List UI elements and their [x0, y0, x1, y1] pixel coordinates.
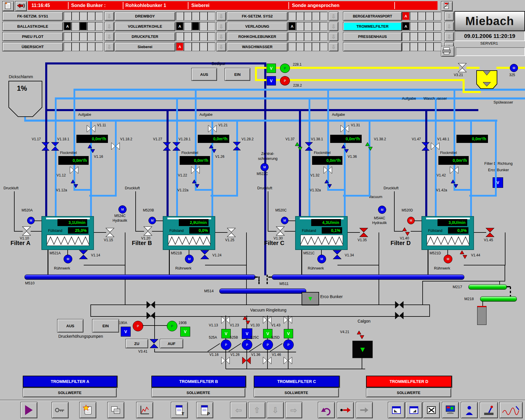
valve-v1281[interactable]: [172, 142, 181, 151]
valve-v136-bottom[interactable]: [263, 357, 272, 364]
sollwerte-b-button[interactable]: SOLLWERTE: [151, 388, 245, 397]
valve-v116-bottom[interactable]: [221, 357, 230, 364]
arrow-up-icon[interactable]: ⇧: [249, 402, 265, 418]
motor-m520[interactable]: M: [27, 217, 35, 224]
calgon-tank[interactable]: ▼: [352, 341, 373, 358]
sollwerte-a-button[interactable]: SOLLWERTE: [23, 388, 117, 397]
valve-v147[interactable]: [421, 142, 430, 151]
valve-v127[interactable]: [163, 142, 171, 151]
valve-v122a[interactable]: [192, 179, 200, 188]
signature-icon[interactable]: [499, 402, 523, 418]
valve-v132a[interactable]: [324, 179, 332, 188]
valve-v1282[interactable]: [233, 142, 241, 150]
pump-190a[interactable]: P: [133, 321, 143, 331]
valve-v142a[interactable]: [450, 179, 459, 188]
valve-v124[interactable]: [200, 250, 209, 260]
arrow-down-icon[interactable]: ⇩: [267, 402, 284, 418]
trommelfilter-a-button[interactable]: TROMMELFILTER A: [23, 376, 117, 387]
valve-v131[interactable]: [340, 125, 349, 132]
valve-v111[interactable]: [87, 125, 95, 132]
report-t-icon[interactable]: T: [171, 402, 188, 418]
auf-button[interactable]: AUF: [160, 339, 183, 348]
valve-v112[interactable]: [70, 166, 78, 174]
valve-v142[interactable]: [450, 166, 459, 174]
pump-525d[interactable]: P: [283, 340, 294, 350]
valve-v115[interactable]: [106, 228, 114, 237]
window-next-icon[interactable]: [405, 402, 422, 418]
copy-icon[interactable]: [107, 402, 124, 418]
arrow-left-icon[interactable]: ⇦: [230, 402, 247, 418]
valve-v130[interactable]: [276, 226, 285, 236]
valve-v134[interactable]: [333, 250, 342, 260]
pump-525a[interactable]: P: [221, 340, 231, 350]
log-scroll-icon[interactable]: [79, 402, 96, 418]
valve-v126[interactable]: [209, 144, 217, 153]
pumps-aus-button[interactable]: AUS: [57, 319, 83, 332]
valve-status-square[interactable]: V: [180, 327, 190, 337]
valve-v114[interactable]: [79, 250, 88, 260]
valve-v117[interactable]: [41, 142, 50, 151]
erco-bunker-symbol[interactable]: ▼: [302, 292, 319, 305]
valve-v133[interactable]: [263, 316, 272, 324]
motor-m520[interactable]: M: [281, 217, 288, 224]
report-p-icon[interactable]: P: [196, 402, 213, 418]
sollwerte-c-button[interactable]: SOLLWERTE: [254, 388, 339, 397]
valve-v116[interactable]: [87, 144, 95, 153]
trommelfilter-c-button[interactable]: TROMMELFILTER C: [254, 376, 340, 387]
switch-icon[interactable]: [480, 402, 498, 418]
motor-m521-ruehrwerk[interactable]: M: [317, 255, 326, 263]
valve-v132[interactable]: [323, 166, 332, 174]
valve-v144[interactable]: [459, 250, 468, 260]
valve-v1182[interactable]: [111, 142, 120, 150]
window-close-icon[interactable]: [423, 402, 440, 418]
valve-v122[interactable]: [191, 166, 200, 174]
valve-status-square[interactable]: V: [284, 329, 293, 338]
valve-v135[interactable]: [359, 228, 368, 237]
ring-valve[interactable]: [394, 312, 404, 319]
monitor-icon[interactable]: [442, 402, 459, 418]
ring-valve[interactable]: [146, 301, 156, 309]
pumps-ein-button[interactable]: EIN: [92, 319, 119, 332]
operator-icon[interactable]: [461, 402, 478, 418]
valve-v121[interactable]: [208, 125, 217, 132]
valve-v113[interactable]: [221, 316, 230, 324]
valve-v110[interactable]: [22, 226, 31, 236]
pump-525c[interactable]: P: [262, 340, 273, 350]
goto-gray-icon[interactable]: [356, 402, 373, 418]
valve-v120[interactable]: [144, 226, 152, 236]
undo-icon[interactable]: [318, 402, 335, 418]
key-icon[interactable]: [52, 402, 69, 418]
valve-status-square[interactable]: V: [121, 327, 131, 337]
valve-v341[interactable]: [150, 338, 158, 349]
valve-v123[interactable]: [242, 316, 251, 325]
valve-v1382[interactable]: [365, 142, 373, 151]
sollwerte-d-button[interactable]: SOLLWERTE: [366, 388, 451, 397]
arrow-right-icon[interactable]: ⇨: [285, 402, 302, 418]
valve-v140[interactable]: [402, 227, 410, 236]
valve-v145[interactable]: [486, 228, 494, 237]
motor-m521-ruehrwerk[interactable]: M: [444, 255, 452, 263]
pump-525b[interactable]: P: [242, 340, 252, 350]
valve-v421[interactable]: [356, 330, 365, 340]
valve-status-square[interactable]: V: [221, 329, 231, 338]
motor-m521-ruehrwerk[interactable]: M: [185, 255, 194, 263]
motor-m520[interactable]: M: [148, 217, 156, 224]
valve-v126-bottom[interactable]: [242, 357, 251, 364]
motor-m521-ruehrwerk[interactable]: M: [64, 255, 72, 263]
valve-v125[interactable]: [227, 228, 236, 237]
motor-m520[interactable]: M: [407, 217, 415, 224]
trend-icon[interactable]: [136, 402, 153, 418]
valve-v112a[interactable]: [70, 179, 78, 188]
goto-red-icon[interactable]: [337, 402, 354, 418]
trommelfilter-d-button[interactable]: TROMMELFILTER D: [366, 376, 452, 387]
valve-v146-bottom[interactable]: [284, 357, 292, 364]
valve-v136[interactable]: [341, 144, 349, 153]
zu-button[interactable]: ZU: [125, 339, 148, 348]
pump-190b[interactable]: P: [167, 321, 177, 331]
valve-v143[interactable]: [284, 316, 292, 324]
valve-v1181[interactable]: [51, 142, 59, 151]
valve-v1481[interactable]: [431, 142, 440, 150]
trommelfilter-b-button[interactable]: TROMMELFILTER B: [151, 376, 246, 387]
valve-v1381[interactable]: [305, 142, 313, 151]
ring-valve[interactable]: [394, 301, 404, 309]
